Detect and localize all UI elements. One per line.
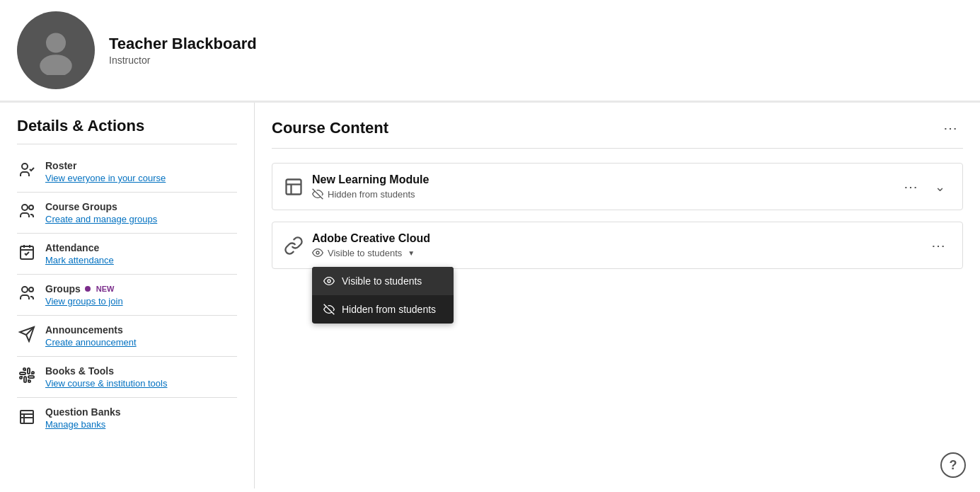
svg-point-1 (40, 55, 72, 75)
dropdown-visible-icon (323, 275, 335, 287)
visible-eye-icon (312, 247, 323, 258)
learning-more-button[interactable]: ⋯ (898, 176, 923, 198)
svg-rect-15 (287, 179, 301, 194)
banks-icon (17, 406, 37, 426)
module-icon (284, 177, 304, 197)
svg-point-19 (316, 251, 319, 254)
course-item-learning-module: New Learning Module Hidden from students (272, 163, 963, 210)
sidebar-banks-link[interactable]: Manage banks (45, 419, 121, 430)
learning-expand-button[interactable]: ⌄ (929, 176, 951, 198)
sidebar-attendance-content: Attendance Mark attendance (45, 242, 114, 265)
svg-rect-5 (21, 246, 33, 259)
content-title: Course Content (272, 119, 388, 137)
sidebar-roster-link[interactable]: View everyone in your course (45, 173, 166, 183)
hidden-eye-icon (312, 188, 323, 200)
dropdown-hidden-label: Hidden from students (342, 304, 436, 315)
svg-point-20 (328, 280, 330, 282)
header-info: Teacher Blackboard Instructor (109, 35, 257, 66)
dropdown-arrow-icon: ▼ (408, 249, 415, 257)
new-dot (85, 286, 91, 292)
header-role: Instructor (109, 55, 257, 66)
divider-6 (17, 397, 237, 398)
sidebar-item-announcements[interactable]: Announcements Create announcement (17, 317, 237, 355)
sidebar-groups-content: Course Groups Create and manage groups (45, 201, 157, 224)
course-item-adobe-status[interactable]: Visible to students ▼ (312, 247, 430, 258)
sidebar-banks-content: Question Banks Manage banks (45, 406, 121, 430)
announcements-icon (17, 324, 37, 344)
svg-point-10 (29, 287, 33, 292)
sidebar-groups2-label: Groups NEW (45, 283, 123, 294)
sidebar-groups2-content: Groups NEW View groups to join (45, 283, 123, 307)
content-header: Course Content ⋯ (272, 117, 963, 149)
sidebar-attendance-label: Attendance (45, 242, 114, 253)
dropdown-hidden-option[interactable]: Hidden from students (312, 295, 454, 324)
dropdown-hidden-icon (323, 304, 335, 315)
svg-point-9 (22, 287, 28, 292)
header: Teacher Blackboard Instructor (0, 0, 980, 103)
tools-icon (17, 365, 37, 385)
course-item-learning-status[interactable]: Hidden from students (312, 188, 429, 200)
divider-5 (17, 356, 237, 357)
new-badge: NEW (96, 285, 115, 293)
adobe-status-text: Visible to students (328, 248, 402, 258)
sidebar-roster-content: Roster View everyone in your course (45, 160, 166, 183)
divider-3 (17, 274, 237, 275)
sidebar-item-question-banks[interactable]: Question Banks Manage banks (17, 399, 237, 437)
sidebar-tools-content: Books & Tools View course & institution … (45, 365, 167, 389)
visibility-dropdown: Visible to students (312, 267, 454, 324)
course-item-adobe-left: Adobe Creative Cloud Visible to students… (284, 232, 430, 258)
course-item-adobe: Adobe Creative Cloud Visible to students… (272, 222, 963, 269)
course-item-learning-right: ⋯ ⌄ (898, 176, 951, 198)
sidebar-roster-label: Roster (45, 160, 166, 171)
sidebar-banks-label: Question Banks (45, 406, 121, 418)
help-button[interactable]: ? (940, 452, 966, 478)
avatar (17, 11, 95, 89)
groups-icon (17, 201, 37, 221)
sidebar: Details & Actions Roster View everyone i… (0, 103, 255, 488)
sidebar-item-books-tools[interactable]: Books & Tools View course & institution … (17, 358, 237, 396)
main-layout: Details & Actions Roster View everyone i… (0, 103, 980, 488)
orange-divider (0, 101, 980, 103)
learning-status-text: Hidden from students (328, 189, 415, 200)
sidebar-item-groups[interactable]: Groups NEW View groups to join (17, 276, 237, 314)
svg-point-3 (22, 205, 28, 210)
course-item-learning-left: New Learning Module Hidden from students (284, 173, 429, 200)
sidebar-announcements-link[interactable]: Create announcement (45, 337, 137, 348)
course-item-adobe-right: ⋯ (926, 234, 951, 257)
svg-point-4 (29, 205, 33, 210)
course-item-adobe-title: Adobe Creative Cloud (312, 232, 430, 245)
dropdown-visible-option[interactable]: Visible to students (312, 267, 454, 295)
attendance-icon (17, 242, 37, 262)
roster-icon (17, 160, 37, 180)
sidebar-tools-label: Books & Tools (45, 365, 167, 377)
groups2-icon (17, 283, 37, 303)
course-item-adobe-header: Adobe Creative Cloud Visible to students… (272, 222, 962, 268)
content-more-button[interactable]: ⋯ (938, 117, 963, 139)
divider-4 (17, 315, 237, 316)
svg-point-0 (46, 33, 66, 53)
course-item-adobe-info: Adobe Creative Cloud Visible to students… (312, 232, 430, 258)
divider-2 (17, 233, 237, 234)
course-item-learning-title: New Learning Module (312, 173, 429, 186)
sidebar-announcements-content: Announcements Create announcement (45, 324, 137, 348)
content-area: Course Content ⋯ New Learning Module (255, 103, 980, 488)
adobe-more-button[interactable]: ⋯ (926, 234, 951, 257)
header-name: Teacher Blackboard (109, 35, 257, 53)
sidebar-attendance-link[interactable]: Mark attendance (45, 255, 114, 265)
sidebar-item-course-groups[interactable]: Course Groups Create and manage groups (17, 194, 237, 231)
sidebar-title: Details & Actions (17, 117, 237, 144)
sidebar-tools-link[interactable]: View course & institution tools (45, 378, 167, 389)
svg-point-2 (22, 164, 28, 169)
sidebar-groups-link[interactable]: Create and manage groups (45, 214, 157, 224)
sidebar-groups2-link[interactable]: View groups to join (45, 296, 123, 307)
link-icon (284, 236, 304, 256)
dropdown-visible-label: Visible to students (342, 275, 422, 287)
divider-1 (17, 192, 237, 193)
sidebar-groups-label: Course Groups (45, 201, 157, 212)
sidebar-item-roster[interactable]: Roster View everyone in your course (17, 153, 237, 190)
sidebar-announcements-label: Announcements (45, 324, 137, 336)
sidebar-item-attendance[interactable]: Attendance Mark attendance (17, 235, 237, 273)
course-item-learning-info: New Learning Module Hidden from students (312, 173, 429, 200)
course-item-learning-header: New Learning Module Hidden from students (272, 164, 962, 210)
